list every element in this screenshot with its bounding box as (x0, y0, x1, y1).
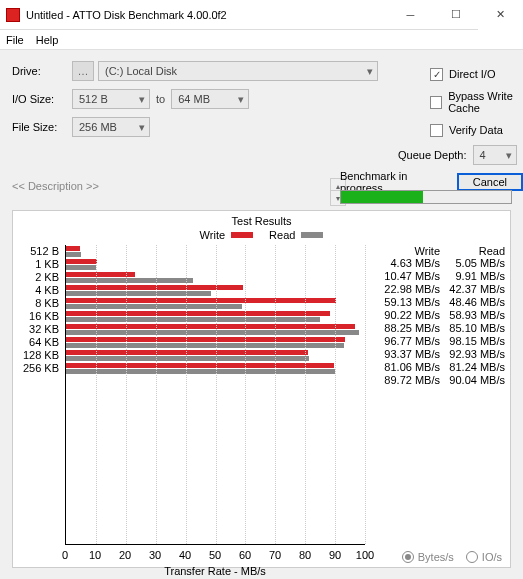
file-size-select[interactable]: 256 MB ▾ (72, 117, 150, 137)
direct-io-checkbox[interactable]: ✓ (430, 68, 443, 81)
chevron-down-icon: ▾ (139, 121, 145, 134)
direct-io-label: Direct I/O (449, 68, 495, 80)
chevron-down-icon: ▾ (367, 65, 373, 78)
col-head-write: Write (375, 245, 440, 257)
queue-depth-row: Queue Depth: 4 ▾ (398, 145, 517, 165)
drive-value: (C:) Local Disk (105, 65, 177, 77)
x-axis-ticks: 0102030405060708090100 (65, 549, 365, 563)
file-size-label: File Size: (12, 121, 72, 133)
drive-label: Drive: (12, 65, 72, 77)
chevron-down-icon: ▾ (238, 93, 244, 106)
io-size-label: I/O Size: (12, 93, 72, 105)
chart-plot (65, 245, 365, 545)
cancel-button[interactable]: Cancel (457, 173, 523, 191)
titlebar: Untitled - ATTO Disk Benchmark 4.00.0f2 … (0, 0, 523, 30)
io-to-label: to (156, 93, 165, 105)
options-column: ✓Direct I/O Bypass Write Cache Verify Da… (430, 60, 523, 144)
chart-legend: Write Read (19, 229, 504, 241)
data-columns: Write Read 4.63 MB/s5.05 MB/s10.47 MB/s9… (375, 245, 505, 387)
legend-read-label: Read (269, 229, 295, 241)
verify-data-label: Verify Data (449, 124, 503, 136)
bypass-cache-label: Bypass Write Cache (448, 90, 523, 114)
maximize-button[interactable]: ☐ (433, 0, 478, 30)
io-to-select[interactable]: 64 MB ▾ (171, 89, 249, 109)
y-axis-labels: 512 B1 KB2 KB4 KB8 KB16 KB32 KB64 KB128 … (19, 245, 63, 375)
queue-depth-label: Queue Depth: (398, 149, 467, 161)
legend-read-swatch (301, 232, 323, 238)
chevron-down-icon: ▾ (139, 93, 145, 106)
menubar: File Help (0, 30, 523, 50)
queue-depth-select[interactable]: 4 ▾ (473, 145, 517, 165)
io-from-select[interactable]: 512 B ▾ (72, 89, 150, 109)
drive-browse-button[interactable]: … (72, 61, 94, 81)
results-panel: Test Results Write Read 512 B1 KB2 KB4 K… (12, 210, 511, 568)
legend-write-swatch (231, 232, 253, 238)
window-title: Untitled - ATTO Disk Benchmark 4.00.0f2 (26, 9, 388, 21)
menu-help[interactable]: Help (36, 34, 59, 46)
verify-data-checkbox[interactable] (430, 124, 443, 137)
minimize-button[interactable]: ─ (388, 0, 433, 30)
progress-fill (341, 191, 423, 203)
chart-title: Test Results (19, 215, 504, 227)
progress-bar (340, 190, 512, 204)
close-button[interactable]: ✕ (478, 0, 523, 30)
x-axis-label: Transfer Rate - MB/s (65, 565, 365, 577)
drive-select[interactable]: (C:) Local Disk ▾ (98, 61, 378, 81)
col-head-read: Read (440, 245, 505, 257)
io-label: IO/s (482, 551, 502, 563)
bypass-cache-checkbox[interactable] (430, 96, 442, 109)
menu-file[interactable]: File (6, 34, 24, 46)
legend-write-label: Write (200, 229, 225, 241)
app-icon (6, 8, 20, 22)
io-radio[interactable] (466, 551, 478, 563)
chevron-down-icon: ▾ (506, 149, 512, 162)
description-label: << Description >> (12, 180, 99, 192)
bytes-label: Bytes/s (418, 551, 454, 563)
bytes-radio[interactable] (402, 551, 414, 563)
